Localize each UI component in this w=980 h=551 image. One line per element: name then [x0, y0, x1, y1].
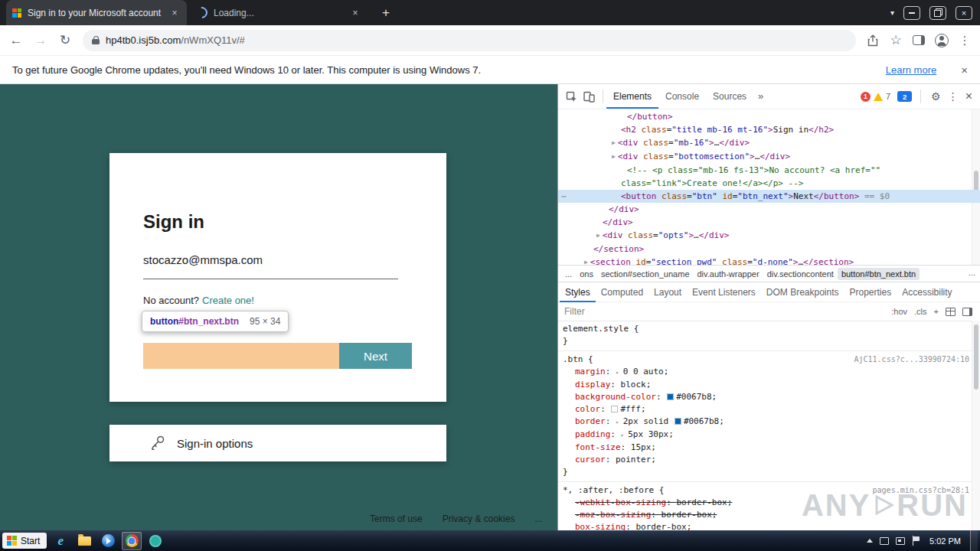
breadcrumb-item[interactable]: div.auth-wrapper [694, 268, 763, 280]
console-error-badge[interactable]: 17 [861, 92, 890, 102]
computed-styles-icon[interactable] [946, 308, 956, 316]
footer-more-link[interactable]: ... [534, 514, 542, 524]
devtools-kebab-icon[interactable]: ⋮ [948, 90, 959, 103]
styles-tab-computed[interactable]: Computed [596, 282, 648, 302]
styles-filter-input[interactable] [564, 306, 884, 317]
chrome-taskbar-icon[interactable] [122, 532, 142, 550]
css-property[interactable]: color: #fff; [563, 403, 969, 416]
css-rule[interactable]: .btn {AjC11.css?c...33990724:10margin: ▸… [558, 351, 980, 482]
media-player-icon[interactable] [98, 532, 118, 550]
breadcrumbs-overflow[interactable]: ... [969, 268, 975, 277]
color-swatch[interactable] [611, 406, 618, 412]
css-property[interactable]: box-sizing: border-box; [563, 521, 969, 530]
tray-network-icon[interactable] [896, 537, 905, 545]
new-style-rule-button[interactable]: + [934, 307, 939, 316]
share-icon[interactable] [862, 30, 884, 51]
inspect-element-icon[interactable] [566, 91, 577, 103]
styles-scrollbar[interactable] [972, 321, 980, 530]
side-panel-icon[interactable] [908, 30, 929, 51]
color-swatch[interactable] [667, 393, 674, 400]
tray-window-icon[interactable] [880, 537, 889, 545]
email-input[interactable]: stocazzo@mmspa.com [143, 253, 263, 266]
lock-icon[interactable] [92, 36, 100, 45]
internet-explorer-icon[interactable]: e [51, 532, 70, 550]
tab-signin[interactable]: Sign in to your Microsoft account × [6, 0, 187, 25]
css-property[interactable]: padding: ▸ 5px 30px; [563, 429, 969, 442]
reload-icon[interactable]: ↻ [54, 29, 77, 52]
breadcrumb-item[interactable]: button#btn_next.btn [838, 268, 920, 280]
breadcrumb-item[interactable]: ons [576, 268, 597, 280]
dom-tree-node[interactable]: <!-- <p class="mb-16 fs-13">No account? … [558, 164, 980, 177]
explorer-folder-icon[interactable] [74, 532, 94, 550]
color-swatch[interactable] [675, 418, 681, 425]
css-property[interactable]: display: block; [563, 379, 969, 391]
dom-tree-node[interactable]: ▶<div class="bottomsection">…</div> [558, 150, 980, 164]
styles-tab-styles[interactable]: Styles [560, 282, 596, 302]
css-property[interactable]: -moz-box-sizing: border-box; [563, 509, 969, 521]
tab-close-icon[interactable]: × [349, 8, 361, 18]
device-toolbar-icon[interactable] [583, 91, 595, 103]
learn-more-link[interactable]: Learn more [886, 64, 936, 76]
show-desktop-button[interactable] [970, 530, 978, 551]
dom-tree-node[interactable]: </section> [558, 243, 980, 256]
devtools-close-icon[interactable]: × [965, 90, 972, 103]
bookmark-star-icon[interactable]: ☆ [885, 30, 906, 51]
dom-tree-node[interactable]: ▶<div class="opts">…</div> [558, 229, 980, 243]
close-button[interactable]: × [956, 6, 972, 20]
menu-kebab-icon[interactable]: ⋮ [954, 30, 975, 51]
dom-tree-node[interactable]: class="link">Create one!</a></p> --> [558, 177, 980, 190]
css-property[interactable]: font-size: 15px; [563, 442, 969, 454]
styles-tab-dom-breakpoints[interactable]: DOM Breakpoints [761, 282, 844, 302]
teal-app-icon[interactable] [145, 532, 165, 550]
css-property[interactable]: border: ▸ 2px solid #0067b8; [563, 416, 969, 429]
tab-sources[interactable]: Sources [706, 84, 753, 109]
back-icon[interactable]: ← [5, 29, 28, 52]
clock[interactable]: 5:02 PM [929, 536, 961, 546]
css-rule[interactable]: *, :after, :before {pages.min.css?cb=28:… [558, 482, 980, 530]
css-rule[interactable]: element.style {} [558, 321, 980, 351]
tray-expand-icon[interactable] [867, 539, 873, 543]
dom-tree-node[interactable]: </button> [558, 110, 980, 123]
css-property[interactable]: cursor: pointer; [563, 454, 969, 466]
more-tabs-chevron[interactable]: » [753, 84, 768, 109]
create-account-link[interactable]: Create one! [202, 295, 254, 306]
breadcrumb-item[interactable]: div.sectioncontent [763, 268, 838, 280]
sidebar-pane-icon[interactable] [962, 308, 972, 316]
dom-tree-node[interactable]: ⋯<button class="btn" id="btn_next">Next<… [558, 190, 980, 203]
dom-tree-node[interactable]: ▶<section id="section_pwd" class="d-none… [558, 256, 980, 265]
styles-tab-layout[interactable]: Layout [648, 282, 687, 302]
dom-tree-node[interactable]: <h2 class="title mb-16 mt-16">Sign in</h… [558, 123, 980, 136]
minimize-button[interactable] [903, 6, 920, 20]
tab-close-icon[interactable]: × [168, 8, 181, 18]
dom-tree-node[interactable]: ▶<div class="mb-16">…</div> [558, 136, 980, 150]
dom-tree-node[interactable]: </div> [558, 203, 980, 216]
new-tab-button[interactable]: + [377, 5, 395, 21]
infobar-close-icon[interactable]: × [961, 64, 968, 77]
css-property[interactable]: -webkit-box-sizing: border-box; [563, 497, 969, 509]
issues-badge[interactable]: 2 [897, 91, 912, 102]
action-center-flag-icon[interactable] [912, 536, 920, 546]
signin-options-card[interactable]: Sign-in options [109, 425, 446, 461]
settings-gear-icon[interactable]: ⚙ [931, 90, 941, 103]
css-property[interactable]: background-color: #0067b8; [563, 391, 969, 403]
profile-avatar-icon[interactable] [931, 30, 952, 51]
terms-link[interactable]: Terms of use [370, 514, 423, 524]
tab-elements[interactable]: Elements [606, 84, 658, 109]
toggle-hover-state[interactable]: :hov [891, 307, 907, 316]
css-property[interactable]: margin: ▸ 0 0 auto; [563, 366, 969, 379]
breadcrumb-item[interactable]: ... [561, 268, 576, 280]
styles-tab-accessibility[interactable]: Accessibility [897, 282, 957, 302]
address-bar[interactable]: hp4tb0.isj5b.com/nWmXQ11v/# [83, 30, 856, 51]
styles-tab-properties[interactable]: Properties [844, 282, 897, 302]
styles-tab-event-listeners[interactable]: Event Listeners [687, 282, 761, 302]
tab-console[interactable]: Console [658, 84, 706, 109]
maximize-button[interactable] [929, 6, 946, 20]
toggle-class-editor[interactable]: .cls [914, 307, 927, 316]
privacy-link[interactable]: Privacy & cookies [443, 514, 515, 524]
next-button[interactable]: Next [339, 343, 412, 369]
tab-loading[interactable]: Loading... × [190, 0, 368, 25]
dom-tree-node[interactable]: </div> [558, 216, 980, 229]
breadcrumb-item[interactable]: section#section_uname [597, 268, 694, 280]
tab-search-chevron-icon[interactable]: ▾ [890, 8, 894, 17]
start-button[interactable]: Start [2, 533, 47, 549]
